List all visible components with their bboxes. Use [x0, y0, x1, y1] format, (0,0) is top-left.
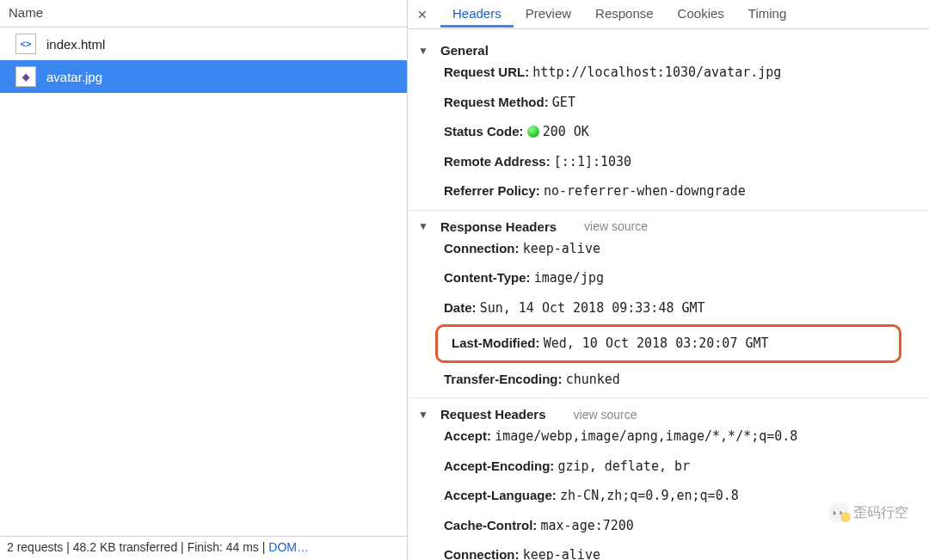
header-line: Remote Address: [::1]:1030	[415, 147, 922, 177]
header-value: 200 OK	[527, 124, 589, 139]
status-finish: Finish: 44 ms	[188, 540, 259, 554]
header-value: keep-alive	[523, 547, 600, 560]
header-value: [::1]:1030	[554, 154, 631, 169]
header-key: Request Method:	[444, 95, 552, 109]
header-key: Connection:	[444, 547, 523, 560]
header-line: Accept: image/webp,image/apng,image/*,*/…	[415, 422, 922, 452]
highlighted-header: Last-Modified: Wed, 10 Oct 2018 03:20:07…	[435, 324, 901, 363]
header-line: Connection: keep-alive	[415, 234, 922, 264]
network-file-panel: Name <>index.html◆avatar.jpg 2 requests …	[0, 0, 408, 560]
section-title: Response Headers	[440, 219, 557, 234]
section-request-headers: ▼Request Headersview sourceAccept: image…	[408, 398, 929, 560]
image-file-icon: ◆	[15, 66, 36, 87]
header-key: Accept-Language:	[444, 488, 560, 502]
section-title: General	[440, 43, 489, 58]
header-value: Wed, 10 Oct 2018 03:20:07 GMT	[544, 335, 769, 351]
header-line: Status Code: 200 OK	[415, 117, 922, 147]
file-name-label: avatar.jpg	[46, 70, 102, 84]
header-value: keep-alive	[523, 241, 600, 256]
headers-detail-body: ▼GeneralRequest URL: http://localhost:10…	[408, 29, 929, 560]
watermark-text: 歪码行空	[853, 504, 908, 522]
network-detail-panel: ✕ HeadersPreviewResponseCookiesTiming ▼G…	[408, 0, 929, 560]
section-title: Request Headers	[440, 407, 546, 422]
header-key: Accept:	[444, 428, 495, 443]
section-response-headers: ▼Response Headersview sourceConnection: …	[408, 211, 929, 399]
watermark: 👀 歪码行空	[829, 503, 908, 522]
header-value: image/webp,image/apng,image/*,*/*;q=0.8	[495, 428, 797, 444]
header-key: Accept-Encoding:	[444, 458, 558, 473]
view-source-link[interactable]: view source	[574, 408, 637, 422]
network-file-list: <>index.html◆avatar.jpg	[0, 28, 407, 536]
tab-cookies[interactable]: Cookies	[666, 1, 736, 28]
header-value: image/jpg	[534, 270, 604, 286]
header-line: Transfer-Encoding: chunked	[415, 365, 922, 395]
status-transferred: 48.2 KB transferred	[73, 540, 177, 554]
tab-timing[interactable]: Timing	[736, 1, 798, 28]
header-value: gzip, deflate, br	[558, 458, 691, 474]
header-key: Remote Address:	[444, 154, 554, 169]
header-key: Cache-Control:	[444, 518, 541, 532]
header-value: GET	[552, 95, 575, 110]
status-requests: 2 requests	[7, 540, 63, 554]
file-row-avatar-jpg[interactable]: ◆avatar.jpg	[0, 60, 407, 93]
header-value: max-age:7200	[541, 518, 634, 533]
status-dom-link[interactable]: DOM…	[268, 540, 309, 554]
header-line: Date: Sun, 14 Oct 2018 09:33:48 GMT	[415, 293, 922, 323]
html-file-icon: <>	[15, 34, 36, 54]
header-key: Status Code:	[444, 124, 527, 138]
close-icon[interactable]: ✕	[415, 7, 430, 22]
header-value: chunked	[566, 372, 620, 387]
header-line: Request URL: http://localhost:1030/avata…	[415, 58, 922, 88]
header-value: zh-CN,zh;q=0.9,en;q=0.8	[560, 488, 739, 503]
header-key: Connection:	[444, 241, 523, 255]
header-key: Content-Type:	[444, 270, 534, 285]
tab-preview[interactable]: Preview	[514, 1, 583, 28]
column-header-name[interactable]: Name	[0, 0, 407, 28]
view-source-link[interactable]: view source	[584, 219, 648, 233]
header-value: Sun, 14 Oct 2018 09:33:48 GMT	[480, 300, 705, 316]
file-row-index-html[interactable]: <>index.html	[0, 28, 407, 60]
detail-tab-bar: ✕ HeadersPreviewResponseCookiesTiming	[408, 0, 929, 29]
header-key: Referrer Policy:	[444, 183, 544, 198]
tab-response[interactable]: Response	[583, 1, 666, 28]
header-value: no-referrer-when-downgrade	[544, 183, 746, 199]
status-ok-icon	[527, 126, 539, 138]
header-line: Request Method: GET	[415, 88, 922, 118]
header-line: Connection: keep-alive	[415, 540, 922, 560]
header-value: http://localhost:1030/avatar.jpg	[532, 65, 781, 80]
section-general: ▼GeneralRequest URL: http://localhost:10…	[408, 34, 929, 211]
tab-headers[interactable]: Headers	[440, 1, 514, 28]
header-key: Request URL:	[444, 65, 532, 79]
header-line: Accept-Encoding: gzip, deflate, br	[415, 452, 922, 482]
network-status-bar: 2 requests | 48.2 KB transferred | Finis…	[0, 536, 407, 560]
header-line: Last-Modified: Wed, 10 Oct 2018 03:20:07…	[445, 329, 892, 359]
header-key: Transfer-Encoding:	[444, 372, 566, 386]
header-line: Content-Type: image/jpg	[415, 263, 922, 293]
file-name-label: index.html	[46, 37, 105, 52]
disclosure-triangle-icon[interactable]: ▼	[418, 409, 428, 421]
wechat-icon: 👀	[829, 503, 848, 522]
disclosure-triangle-icon[interactable]: ▼	[418, 45, 428, 57]
header-key: Date:	[444, 300, 480, 315]
header-line: Referrer Policy: no-referrer-when-downgr…	[415, 176, 922, 206]
header-key: Last-Modified:	[452, 335, 544, 350]
disclosure-triangle-icon[interactable]: ▼	[418, 220, 428, 232]
